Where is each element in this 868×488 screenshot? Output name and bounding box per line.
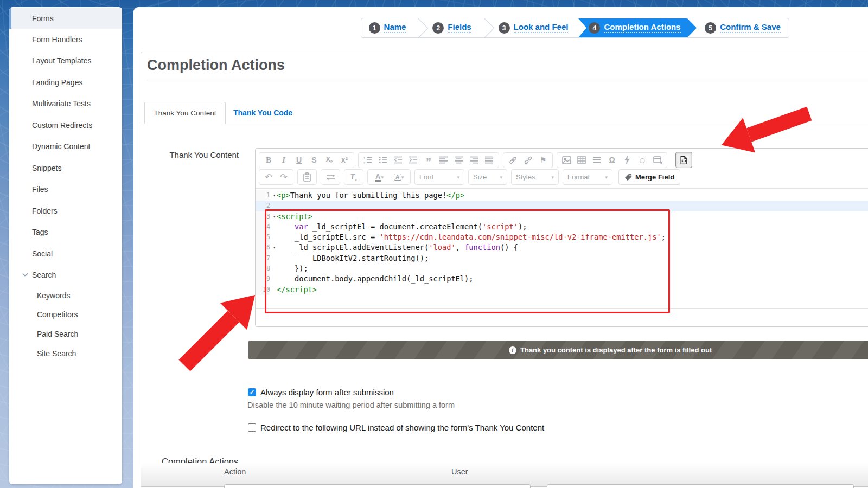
background-color-icon: A▾ [394, 174, 404, 181]
svg-text:1: 1 [363, 157, 366, 160]
sidebar-item-multivariate-tests[interactable]: Multivariate Tests [9, 93, 122, 115]
main-panel: 1Name2Fields3Look and Feel4Completion Ac… [133, 7, 868, 488]
sidebar-item-snippets[interactable]: Snippets [9, 157, 122, 179]
sidebar-item-forms[interactable]: Forms [9, 8, 122, 29]
wizard-step-2-fields[interactable]: 2Fields [424, 18, 480, 37]
special-character-button[interactable]: Ω [604, 153, 620, 167]
sidebar-item-form-handlers[interactable]: Form Handlers [9, 29, 122, 50]
action-select-input[interactable] [224, 484, 531, 488]
superscript-button[interactable]: X2 [337, 153, 352, 167]
sidebar-item-site-search[interactable]: Site Search [9, 344, 122, 363]
template-button[interactable] [650, 153, 665, 167]
adjust-sliders-button[interactable] [323, 170, 338, 184]
toolbar-group: Tx [344, 169, 363, 185]
tab-thank-you-code-label: Thank You Code [233, 108, 292, 117]
fold-arrow-icon[interactable]: ▾ [273, 211, 276, 222]
underline-button[interactable]: U [291, 153, 307, 167]
sidebar-item-paid-search[interactable]: Paid Search [9, 324, 122, 344]
align-left-button[interactable] [436, 153, 451, 167]
unordered-list-button[interactable] [375, 153, 391, 167]
code-line-text: _ld_scriptEl.src = 'https://cdn.leandata… [270, 232, 666, 242]
info-icon: i [509, 346, 516, 354]
horizontal-rule-icon [592, 156, 601, 164]
always-display-checkbox[interactable]: ✓ [248, 388, 256, 396]
sidebar-item-folders[interactable]: Folders [9, 200, 122, 222]
outdent-button[interactable] [391, 153, 406, 167]
sidebar-item-label: Snippets [32, 164, 61, 172]
paste-icon [303, 172, 311, 182]
step-label: Completion Actions [604, 23, 680, 33]
code-line-1: 1▾<p>Thank you for submitting this page!… [256, 190, 868, 201]
styles-dropdown[interactable]: Styles▾ [511, 169, 559, 185]
link-button[interactable] [505, 153, 520, 167]
code-line-9: 9 document.body.appendChild(_ld_scriptEl… [256, 274, 868, 284]
wizard-step-5-confirm-save[interactable]: 5Confirm & Save [697, 18, 789, 37]
tab-thank-you-code[interactable]: Thank You Code [233, 108, 292, 117]
wizard-step-1-name[interactable]: 1Name [361, 18, 413, 37]
source-code-button[interactable] [675, 152, 692, 168]
size-dropdown[interactable]: Size▾ [468, 169, 507, 185]
blockquote-button[interactable]: ” [421, 153, 436, 167]
table-icon [577, 156, 586, 164]
undo-button[interactable]: ↶ [261, 170, 276, 184]
remove-format-button[interactable]: Tx [346, 170, 361, 184]
code-line-text: document.body.appendChild(_ld_scriptEl); [270, 274, 474, 284]
sidebar-item-keywords[interactable]: Keywords [9, 286, 122, 305]
fold-arrow-icon[interactable]: ▾ [273, 190, 276, 201]
bold-button[interactable]: B [261, 153, 276, 167]
step-number-badge: 4 [589, 22, 600, 34]
redirect-url-label: Redirect to the following URL instead of… [260, 423, 544, 432]
sidebar-item-landing-pages[interactable]: Landing Pages [9, 72, 122, 93]
image-button[interactable] [559, 153, 574, 167]
redo-icon: ↷ [280, 172, 287, 182]
wizard-step-3-look-and-feel[interactable]: 3Look and Feel [490, 18, 576, 37]
user-select-input[interactable] [547, 484, 854, 488]
sidebar-item-custom-redirects[interactable]: Custom Redirects [9, 114, 122, 136]
format-dropdown[interactable]: Format▾ [563, 169, 612, 185]
redirect-url-checkbox[interactable] [248, 423, 256, 432]
fold-arrow-icon[interactable]: ▾ [273, 242, 276, 253]
code-editor[interactable]: 1▾<p>Thank you for submitting this page!… [256, 189, 868, 308]
sidebar-item-layout-templates[interactable]: Layout Templates [9, 50, 122, 72]
tab-thank-you-content[interactable]: Thank You Content [144, 102, 226, 124]
table-button[interactable] [574, 153, 589, 167]
ordered-list-button[interactable]: 12 [360, 153, 375, 167]
merge-field-button[interactable]: Merge Field [618, 169, 680, 185]
unlink-button[interactable] [520, 153, 535, 167]
align-justify-button[interactable] [482, 153, 497, 167]
subscript-button[interactable]: X2 [322, 153, 337, 167]
code-line-text: }); [270, 264, 308, 274]
align-center-button[interactable] [451, 153, 467, 167]
sidebar-item-files[interactable]: Files [9, 179, 122, 201]
align-right-icon [470, 156, 478, 164]
indent-button[interactable] [406, 153, 421, 167]
sidebar-item-social[interactable]: Social [9, 243, 122, 265]
styles-dropdown-label: Styles [516, 173, 535, 181]
sidebar-item-label: Landing Pages [32, 78, 82, 87]
line-number: 8 [256, 264, 270, 274]
wizard-step-4-completion-actions[interactable]: 4Completion Actions [578, 18, 697, 37]
lightning-button[interactable] [620, 153, 635, 167]
step-separator-chevron [480, 18, 490, 37]
code-line-text: <script> [270, 211, 312, 222]
text-color-button[interactable]: A▾ [369, 170, 389, 184]
strikethrough-button[interactable]: S [307, 153, 322, 167]
code-line-8: 8 }); [256, 264, 868, 274]
paste-button[interactable] [299, 170, 315, 184]
align-right-button[interactable] [467, 153, 482, 167]
sidebar-item-label: Forms [32, 14, 54, 23]
redo-button[interactable]: ↷ [276, 170, 291, 184]
sidebar-item-competitors[interactable]: Competitors [9, 305, 122, 325]
sidebar-item-search[interactable]: Search [9, 265, 122, 286]
chevron-down-icon[interactable] [22, 273, 28, 277]
background-color-button[interactable]: A▾ [389, 170, 409, 184]
format-dropdown-label: Format [567, 173, 590, 181]
horizontal-rule-button[interactable] [589, 153, 604, 167]
sidebar-item-tags[interactable]: Tags [9, 222, 122, 243]
font-dropdown-label: Font [419, 173, 433, 181]
sidebar-item-dynamic-content[interactable]: Dynamic Content [9, 136, 122, 158]
font-dropdown[interactable]: Font▾ [414, 169, 464, 185]
italic-button[interactable]: I [276, 153, 291, 167]
anchor-button[interactable]: ⚑ [535, 153, 551, 167]
emoji-button[interactable]: ☺ [635, 153, 650, 167]
